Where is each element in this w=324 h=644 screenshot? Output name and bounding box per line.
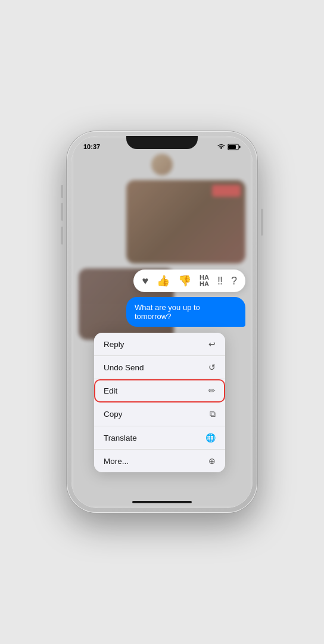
haha-reaction[interactable]: HAHA — [200, 274, 209, 287]
svg-rect-2 — [228, 145, 236, 149]
menu-item-edit[interactable]: Edit ✏ — [94, 379, 225, 402]
edit-icon: ✏ — [208, 386, 216, 395]
menu-item-undo-label: Undo Send — [104, 363, 144, 372]
message-bubble: What are you up to tomorrow? — [126, 297, 245, 327]
wifi-icon — [217, 144, 225, 150]
reaction-bar: ♥ 👍 👎 HAHA ‼ ? — [133, 270, 245, 292]
svg-rect-1 — [239, 145, 241, 148]
thumbs-up-reaction[interactable]: 👍 — [157, 274, 170, 287]
context-menu: Reply ↩ Undo Send ↺ Edit ✏ Copy ⧉ Transl… — [94, 333, 225, 472]
status-time: 10:37 — [83, 143, 100, 150]
content-area: ♥ 👍 👎 HAHA ‼ ? What are you up to tomorr… — [71, 136, 253, 508]
more-icon: ⊕ — [208, 456, 216, 466]
message-text: What are you up to tomorrow? — [135, 303, 200, 321]
menu-item-translate[interactable]: Translate 🌐 — [94, 426, 225, 450]
phone-screen: 10:37 — [71, 136, 253, 508]
menu-item-reply-label: Reply — [104, 340, 124, 349]
thumbs-down-reaction[interactable]: 👎 — [178, 274, 191, 287]
question-reaction[interactable]: ? — [231, 275, 237, 287]
menu-item-reply[interactable]: Reply ↩ — [94, 333, 225, 356]
reply-icon: ↩ — [208, 339, 216, 349]
power-button — [261, 209, 263, 236]
exclamation-reaction[interactable]: ‼ — [217, 275, 223, 287]
phone-frame: 10:37 — [67, 131, 257, 513]
battery-icon — [228, 144, 241, 150]
notch — [126, 136, 198, 149]
heart-reaction[interactable]: ♥ — [142, 275, 148, 287]
home-indicator — [132, 501, 192, 503]
menu-item-undo-send[interactable]: Undo Send ↺ — [94, 356, 225, 379]
menu-item-more[interactable]: More... ⊕ — [94, 450, 225, 472]
menu-item-copy[interactable]: Copy ⧉ — [94, 402, 225, 426]
menu-item-translate-label: Translate — [104, 434, 137, 442]
menu-item-more-label: More... — [104, 457, 129, 466]
undo-icon: ↺ — [208, 363, 216, 372]
silent-switch — [61, 185, 63, 198]
volume-down-button — [61, 227, 63, 244]
volume-up-button — [61, 203, 63, 221]
menu-item-edit-label: Edit — [104, 386, 117, 395]
menu-item-copy-label: Copy — [104, 410, 123, 419]
translate-icon: 🌐 — [205, 433, 216, 442]
status-icons — [217, 144, 241, 150]
copy-icon: ⧉ — [210, 409, 216, 419]
